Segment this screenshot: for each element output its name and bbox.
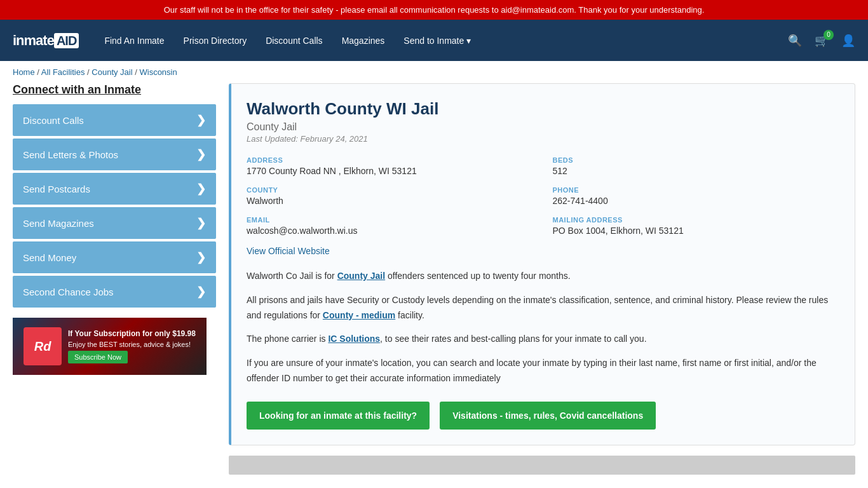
email-label: EMAIL [247, 216, 534, 224]
facility-description: Walworth Co Jail is for County Jail offe… [247, 269, 839, 386]
county-jail-link[interactable]: County Jail [337, 271, 385, 281]
nav-links: Find An Inmate Prison Directory Discount… [104, 36, 788, 46]
nav-magazines[interactable]: Magazines [342, 36, 385, 46]
breadcrumb: Home / All Facilities / County Jail / Wi… [0, 61, 868, 83]
desc-paragraph-4: If you are unsure of your inmate's locat… [247, 356, 839, 386]
chevron-right-icon: ❯ [196, 285, 206, 299]
breadcrumb-all-facilities[interactable]: All Facilities [41, 67, 85, 77]
breadcrumb-wisconsin[interactable]: Wisconsin [139, 67, 177, 77]
email-block: EMAIL walcosh@co.walworth.wi.us [247, 216, 534, 236]
county-value: Walworth [247, 196, 534, 206]
ad-text: If Your Subscription for only $19.98 Enj… [68, 329, 196, 363]
sidebar-send-magazines-label: Send Magazines [23, 218, 94, 229]
facility-title: Walworth County WI Jail [247, 99, 839, 119]
phone-block: PHONE 262-741-4400 [553, 186, 840, 206]
logo[interactable]: inmateAID [13, 32, 79, 49]
sidebar-send-postcards[interactable]: Send Postcards ❯ [13, 173, 216, 205]
ad-logo: Rd [24, 327, 62, 365]
nav-discount-calls[interactable]: Discount Calls [266, 36, 322, 46]
breadcrumb-county-jail[interactable]: County Jail [92, 67, 132, 77]
cart-icon[interactable]: 🛒 0 [815, 34, 829, 48]
phone-label: PHONE [553, 186, 840, 194]
sidebar-send-money[interactable]: Send Money ❯ [13, 241, 216, 273]
chevron-right-icon: ❯ [196, 182, 206, 196]
gray-bar [229, 456, 855, 475]
facility-type: County Jail [247, 121, 839, 133]
facility-updated: Last Updated: February 24, 2021 [247, 134, 839, 144]
view-website-link[interactable]: View Official Website [247, 246, 330, 256]
subscribe-button[interactable]: Subscribe Now [68, 351, 128, 363]
chevron-right-icon: ❯ [196, 250, 206, 264]
facility-card: Walworth County WI Jail County Jail Last… [229, 83, 855, 445]
phone-value: 262-741-4400 [553, 196, 840, 206]
navbar: inmateAID Find An Inmate Prison Director… [0, 20, 868, 61]
county-block: COUNTY Walworth [247, 186, 534, 206]
ad-headline: If Your Subscription for only $19.98 [68, 329, 196, 338]
mailing-block: MAILING ADDRESS PO Box 1004, Elkhorn, WI… [553, 216, 840, 236]
desc-paragraph-2: All prisons and jails have Security or C… [247, 293, 839, 323]
mailing-label: MAILING ADDRESS [553, 216, 840, 224]
find-inmate-button[interactable]: Looking for an inmate at this facility? [247, 402, 430, 430]
beds-value: 512 [553, 166, 840, 176]
sidebar-title: Connect with an Inmate [13, 83, 216, 97]
sidebar-send-magazines[interactable]: Send Magazines ❯ [13, 207, 216, 239]
nav-prison-directory[interactable]: Prison Directory [184, 36, 247, 46]
ad-subtext: Enjoy the BEST stories, advice & jokes! [68, 341, 196, 348]
visitations-button[interactable]: Visitations - times, rules, Covid cancel… [440, 402, 656, 430]
sidebar-second-chance-label: Second Chance Jobs [23, 287, 114, 297]
address-label: ADDRESS [247, 156, 534, 164]
chevron-right-icon: ❯ [196, 113, 206, 127]
email-value: walcosh@co.walworth.wi.us [247, 226, 534, 236]
ad-banner[interactable]: Rd If Your Subscription for only $19.98 … [13, 318, 207, 375]
county-medium-link[interactable]: County - medium [323, 310, 395, 320]
search-icon[interactable]: 🔍 [788, 34, 802, 48]
user-icon[interactable]: 👤 [841, 34, 855, 48]
sidebar-send-postcards-label: Send Postcards [23, 184, 90, 194]
sidebar-send-money-label: Send Money [23, 252, 76, 263]
cart-badge: 0 [824, 30, 834, 40]
content-area: Walworth County WI Jail County Jail Last… [229, 83, 855, 475]
alert-text: Our staff will not be in the office for … [164, 5, 705, 15]
alert-banner: Our staff will not be in the office for … [0, 0, 868, 20]
chevron-right-icon: ❯ [196, 147, 206, 161]
action-buttons: Looking for an inmate at this facility? … [247, 402, 839, 430]
sidebar-discount-calls[interactable]: Discount Calls ❯ [13, 104, 216, 136]
sidebar-second-chance[interactable]: Second Chance Jobs ❯ [13, 276, 216, 308]
sidebar-discount-calls-label: Discount Calls [23, 115, 84, 126]
ic-solutions-link[interactable]: IC Solutions [328, 334, 380, 344]
desc-paragraph-1: Walworth Co Jail is for County Jail offe… [247, 269, 839, 284]
main-container: Connect with an Inmate Discount Calls ❯ … [0, 83, 868, 487]
beds-block: BEDS 512 [553, 156, 840, 176]
info-grid: ADDRESS 1770 County Road NN , Elkhorn, W… [247, 156, 839, 236]
sidebar: Connect with an Inmate Discount Calls ❯ … [13, 83, 216, 475]
desc-paragraph-3: The phone carrier is IC Solutions, to se… [247, 332, 839, 347]
address-value: 1770 County Road NN , Elkhorn, WI 53121 [247, 166, 534, 176]
breadcrumb-home[interactable]: Home [13, 67, 35, 77]
logo-text: inmateAID [13, 32, 79, 49]
nav-send-to-inmate[interactable]: Send to Inmate ▾ [403, 36, 471, 46]
mailing-value: PO Box 1004, Elkhorn, WI 53121 [553, 226, 840, 236]
beds-label: BEDS [553, 156, 840, 164]
address-block: ADDRESS 1770 County Road NN , Elkhorn, W… [247, 156, 534, 176]
sidebar-send-letters-label: Send Letters & Photos [23, 149, 118, 160]
county-label: COUNTY [247, 186, 534, 194]
nav-find-inmate[interactable]: Find An Inmate [104, 36, 164, 46]
chevron-right-icon: ❯ [196, 216, 206, 230]
nav-actions: 🔍 🛒 0 👤 [788, 34, 855, 48]
sidebar-send-letters[interactable]: Send Letters & Photos ❯ [13, 139, 216, 170]
